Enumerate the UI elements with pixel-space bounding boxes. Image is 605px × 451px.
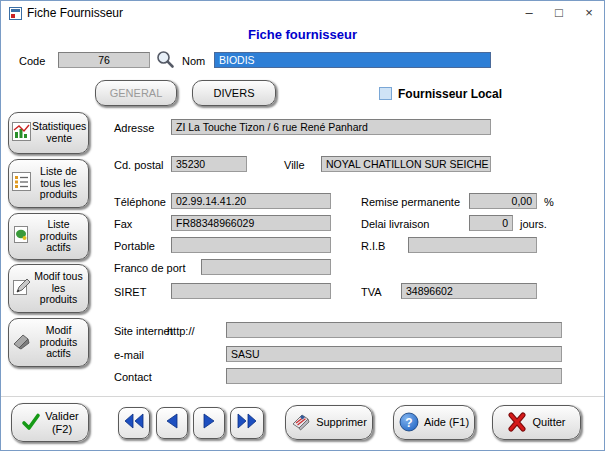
site-prefix: http:// <box>167 325 195 337</box>
minimize-button[interactable]: – <box>514 1 544 25</box>
delai-unit: jours. <box>520 218 547 230</box>
quitter-button[interactable]: Quitter <box>492 405 581 440</box>
sales-chart-icon <box>12 122 32 145</box>
sidebar-item-liste-tous-produits[interactable]: Liste de tous les produits <box>8 159 89 208</box>
edit-all-products-icon <box>12 277 32 300</box>
aide-button[interactable]: ? Aide (F1) <box>393 405 475 440</box>
app-icon <box>9 6 22 24</box>
contact-field[interactable] <box>226 368 562 384</box>
nom-label: Nom <box>182 55 205 67</box>
edit-active-products-icon <box>12 331 32 354</box>
code-label: Code <box>19 55 45 67</box>
previous-record-icon <box>165 413 179 433</box>
contact-label: Contact <box>114 371 152 383</box>
telephone-label: Téléphone <box>114 196 166 208</box>
portable-field[interactable] <box>171 237 331 253</box>
sidebar-item-modif-tous-produits[interactable]: Modif tous les produits <box>8 264 89 313</box>
list-all-products-icon <box>12 172 32 195</box>
fournisseur-local-label: Fournisseur Local <box>398 87 502 101</box>
next-record-icon <box>202 413 216 433</box>
tab-divers[interactable]: DIVERS <box>192 80 276 106</box>
remise-unit: % <box>544 196 554 208</box>
supprimer-button[interactable]: Supprimer <box>285 405 373 440</box>
maximize-button[interactable]: □ <box>544 1 574 25</box>
email-field[interactable]: SASU <box>226 346 562 362</box>
fax-field[interactable]: FR88348966029 <box>171 215 331 231</box>
list-active-products-icon <box>12 225 32 248</box>
adresse-label: Adresse <box>114 122 154 134</box>
nav-last-button[interactable] <box>230 407 264 439</box>
nav-next-button[interactable] <box>193 407 225 439</box>
sidebar-item-statistiques-vente[interactable]: Statistiques vente <box>8 112 89 154</box>
nav-previous-button[interactable] <box>156 407 188 439</box>
help-icon: ? <box>399 412 419 434</box>
site-field[interactable] <box>226 322 562 338</box>
close-button[interactable]: × <box>574 1 604 25</box>
code-field[interactable]: 76 <box>58 52 150 68</box>
close-x-icon <box>507 412 527 434</box>
sidebar-item-modif-produits-actifs[interactable]: Modif produits actifs <box>8 318 89 367</box>
footer-separator <box>1 396 604 397</box>
siret-label: SIRET <box>114 286 146 298</box>
remise-field[interactable]: 0,00 <box>469 193 537 209</box>
franco-label: Franco de port <box>114 262 186 274</box>
delai-label: Delai livraison <box>361 218 429 230</box>
svg-text:?: ? <box>405 415 412 429</box>
valider-button[interactable]: Valider (F2) <box>11 403 89 442</box>
last-record-icon <box>237 413 257 433</box>
tva-label: TVA <box>361 286 382 298</box>
fournisseur-local-checkbox[interactable] <box>379 87 392 100</box>
fiche-fournisseur-window: Fiche Fournisseur – □ × Fiche fournisseu… <box>0 0 605 451</box>
rib-field[interactable] <box>408 237 537 253</box>
sidebar-item-liste-produits-actifs[interactable]: Liste produits actifs <box>8 213 89 260</box>
ville-label: Ville <box>284 159 305 171</box>
window-title: Fiche Fournisseur <box>27 6 123 20</box>
site-label: Site internet <box>114 325 173 337</box>
telephone-field[interactable]: 02.99.14.41.20 <box>171 193 331 209</box>
page-title: Fiche fournisseur <box>1 27 604 42</box>
tva-field[interactable]: 34896602 <box>401 283 537 299</box>
check-icon <box>21 412 41 434</box>
nav-first-button[interactable] <box>118 407 150 439</box>
rib-label: R.I.B <box>361 240 385 252</box>
portable-label: Portable <box>114 240 155 252</box>
ville-field[interactable]: NOYAL CHATILLON SUR SEICHE <box>321 156 491 172</box>
cd-postal-field[interactable]: 35230 <box>171 156 247 172</box>
nom-field[interactable]: BIODIS <box>214 52 491 68</box>
email-label: e-mail <box>114 349 144 361</box>
fax-label: Fax <box>114 218 132 230</box>
eraser-icon <box>291 413 311 433</box>
remise-label: Remise permanente <box>361 196 460 208</box>
tab-general[interactable]: GENERAL <box>95 80 177 106</box>
cd-postal-label: Cd. postal <box>114 159 164 171</box>
first-record-icon <box>124 413 144 433</box>
franco-field[interactable] <box>201 259 331 275</box>
title-bar: Fiche Fournisseur – □ × <box>1 1 604 25</box>
adresse-field[interactable]: ZI La Touche Tizon / 6 rue René Panhard <box>171 119 491 135</box>
siret-field[interactable] <box>171 283 331 299</box>
delai-field[interactable]: 0 <box>469 215 513 231</box>
search-icon[interactable] <box>155 49 175 73</box>
